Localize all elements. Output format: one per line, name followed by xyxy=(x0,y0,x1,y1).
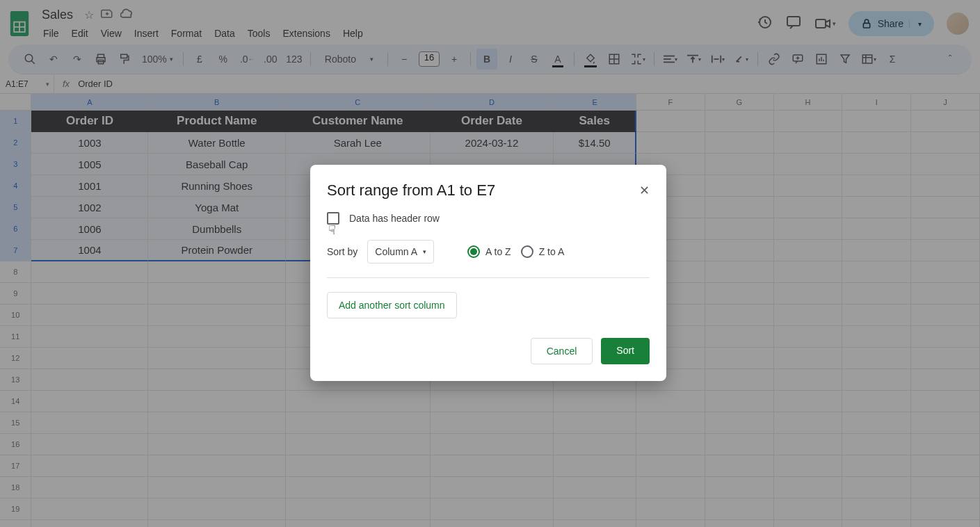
sort-by-label: Sort by xyxy=(327,246,358,257)
sort-button[interactable]: Sort xyxy=(601,338,650,364)
cancel-button[interactable]: Cancel xyxy=(531,338,593,364)
header-row-label: Data has header row xyxy=(349,213,440,224)
add-sort-column-button[interactable]: Add another sort column xyxy=(327,292,457,318)
sort-by-dropdown[interactable]: Column A▾ xyxy=(367,240,434,264)
sort-range-dialog: Sort range from A1 to E7 ✕ Data has head… xyxy=(310,165,666,381)
radio-z-to-a[interactable]: Z to A xyxy=(521,245,565,258)
dialog-title: Sort range from A1 to E7 xyxy=(327,181,495,200)
close-icon[interactable]: ✕ xyxy=(639,183,650,198)
radio-a-to-z[interactable]: A to Z xyxy=(467,245,511,258)
header-row-checkbox[interactable] xyxy=(327,212,339,225)
